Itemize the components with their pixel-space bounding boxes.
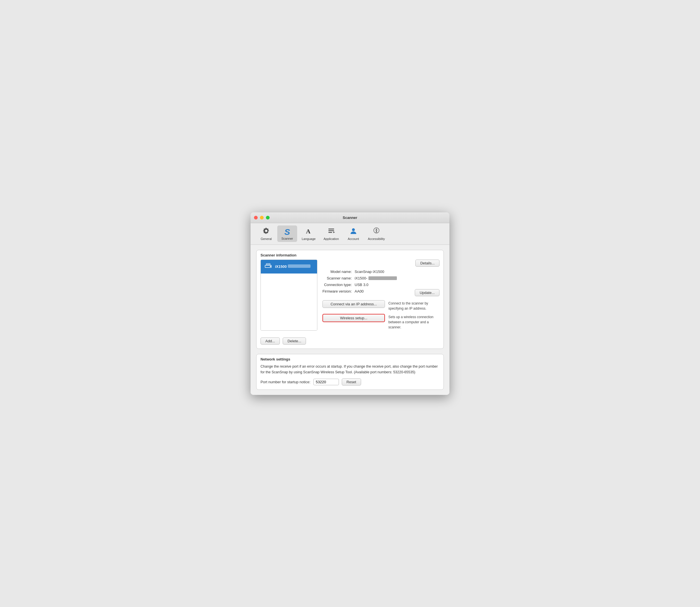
tab-general[interactable]: General: [256, 226, 276, 242]
scanner-name-redacted-block: [369, 276, 397, 280]
tab-language-label: Language: [302, 237, 315, 240]
network-description: Change the receive port if an error occu…: [261, 364, 439, 375]
add-button[interactable]: Add...: [261, 337, 280, 344]
tab-accessibility[interactable]: Accessibility: [365, 226, 388, 242]
scanner-name-value: iX1500-: [354, 276, 412, 280]
update-button[interactable]: Update...: [415, 289, 439, 296]
accessibility-icon: [373, 227, 380, 236]
scanner-name-label: Scanner name:: [323, 276, 352, 280]
port-row: Port number for startup notice: Reset: [261, 378, 439, 385]
svg-point-11: [270, 266, 271, 267]
tab-application-label: Application: [324, 237, 339, 240]
details-button[interactable]: Details...: [415, 259, 439, 267]
gear-icon: [263, 227, 270, 236]
model-name-value: ScanSnap iX1500: [354, 270, 412, 274]
svg-rect-2: [328, 229, 334, 229]
maximize-button[interactable]: [266, 216, 269, 219]
scanner-preview-body: [261, 273, 317, 330]
scanner-name-redacted: [288, 265, 310, 268]
svg-rect-4: [328, 232, 332, 233]
wireless-setup-desc: Sets up a wireless connection between a …: [388, 314, 439, 330]
scanner-info-grid: Model name: ScanSnap iX1500 Scanner name…: [323, 270, 439, 296]
wireless-setup-button[interactable]: Wireless setup...: [323, 314, 385, 322]
scanner-preview-name: iX1500: [275, 265, 310, 269]
scanner-device-icon: [264, 263, 272, 271]
window-title: Scanner: [343, 215, 357, 220]
scanner-info-panel: Details... Model name: ScanSnap iX1500 S…: [323, 259, 439, 331]
tab-general-label: General: [261, 237, 271, 240]
tab-scanner[interactable]: S Scanner: [277, 226, 297, 242]
svg-rect-10: [266, 264, 270, 265]
svg-point-0: [265, 230, 267, 232]
connect-ip-action: Connect via an IP address... Connect to …: [323, 300, 439, 311]
connect-ip-btn-wrap: Connect via an IP address...: [323, 300, 385, 308]
title-bar: Scanner: [250, 212, 450, 223]
window-controls: [254, 216, 269, 219]
model-name-label: Model name:: [323, 270, 352, 274]
close-button[interactable]: [254, 216, 258, 219]
tab-application[interactable]: Application: [320, 226, 342, 242]
scanner-preview-header: iX1500: [261, 260, 317, 273]
connect-ip-button[interactable]: Connect via an IP address...: [323, 300, 385, 308]
scanner-s-icon: S: [284, 227, 290, 237]
svg-point-6: [352, 228, 355, 231]
scanner-information-section: Scanner information: [256, 250, 444, 349]
port-input[interactable]: [313, 379, 339, 385]
tab-account-label: Account: [348, 237, 359, 240]
tab-language[interactable]: A Language: [298, 226, 319, 242]
tab-account[interactable]: Account: [344, 226, 363, 242]
network-settings-section: Network settings Change the receive port…: [256, 354, 444, 390]
toolbar: General S Scanner A Language: [250, 223, 450, 245]
reset-button[interactable]: Reset: [342, 378, 361, 385]
connect-ip-desc: Connect to the scanner by specifying an …: [388, 300, 439, 311]
actions-row: Connect via an IP address... Connect to …: [323, 300, 439, 330]
account-icon: [350, 227, 357, 236]
language-icon: A: [305, 227, 312, 236]
firmware-version-label: Firmware version:: [323, 289, 352, 293]
scanner-information-body: iX1500 Details... Model name: ScanSnap i…: [257, 259, 443, 335]
svg-text:A: A: [306, 228, 310, 234]
svg-marker-5: [333, 231, 335, 233]
minimize-button[interactable]: [260, 216, 264, 219]
tab-scanner-label: Scanner: [282, 237, 293, 240]
scanner-preview-panel: iX1500: [261, 259, 317, 331]
port-label: Port number for startup notice:: [261, 380, 310, 384]
delete-button[interactable]: Delete...: [283, 337, 306, 344]
network-settings-title: Network settings: [257, 354, 443, 364]
connection-type-label: Connection type:: [323, 282, 352, 287]
main-content: Scanner information: [250, 245, 450, 395]
connection-type-value: USB 3.0: [354, 282, 412, 287]
tab-accessibility-label: Accessibility: [368, 237, 385, 240]
wireless-setup-action: Wireless setup... Sets up a wireless con…: [323, 314, 439, 330]
scanner-information-title: Scanner information: [257, 250, 443, 259]
scanner-name-text: iX1500: [275, 265, 287, 269]
main-window: Scanner General S Scanner A: [250, 212, 450, 395]
scanner-action-buttons: Add... Delete...: [257, 335, 443, 349]
wireless-setup-btn-wrap: Wireless setup...: [323, 314, 385, 322]
network-settings-body: Change the receive port if an error occu…: [257, 364, 443, 390]
svg-rect-3: [328, 230, 334, 231]
application-icon: [328, 227, 335, 236]
firmware-version-value: AA00: [354, 289, 412, 293]
